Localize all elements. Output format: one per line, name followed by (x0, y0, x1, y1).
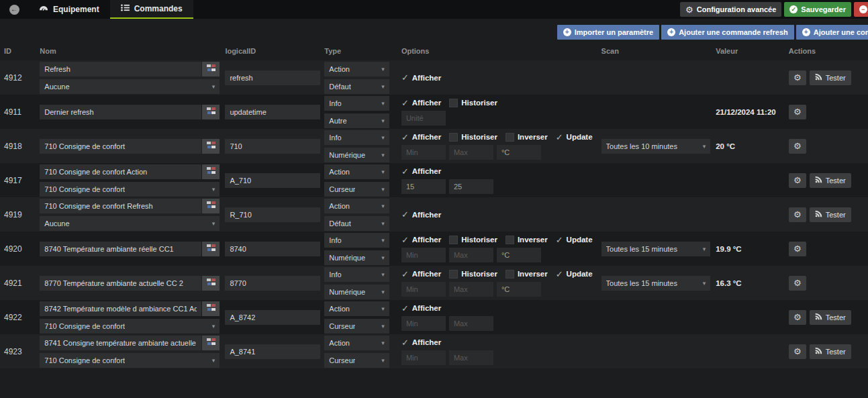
min-input[interactable] (401, 316, 446, 331)
unit-input[interactable] (497, 145, 541, 160)
option-checkbox-afficher[interactable]: ✓Afficher (401, 236, 441, 244)
icon-picker-button[interactable] (202, 301, 220, 316)
type-select[interactable]: Info▾ (324, 130, 389, 145)
option-checkbox-historiser[interactable]: Historiser (449, 99, 497, 107)
command-name-input[interactable] (40, 139, 201, 154)
icon-picker-button[interactable] (202, 164, 220, 179)
option-checkbox-historiser[interactable]: Historiser (449, 270, 497, 279)
tab-commandes[interactable]: Commandes (110, 0, 193, 19)
max-input[interactable] (449, 145, 493, 160)
add-command-button[interactable]: + Ajouter une commande (796, 25, 868, 40)
option-checkbox-update[interactable]: ✓Update (556, 133, 593, 142)
max-input[interactable] (449, 282, 493, 297)
subtype-select[interactable]: Numérique▾ (324, 285, 389, 299)
icon-picker-button[interactable] (202, 62, 220, 77)
configure-button[interactable]: ⚙ (789, 207, 806, 222)
unit-input[interactable] (497, 282, 541, 297)
back-button[interactable]: ← (0, 0, 28, 19)
subtype-select[interactable]: Numérique▾ (324, 250, 389, 265)
save-button[interactable]: ✓ Sauvegarder (784, 2, 851, 17)
logical-id-input[interactable] (225, 276, 320, 291)
command-name-input[interactable] (40, 336, 201, 350)
min-input[interactable] (401, 111, 446, 126)
option-checkbox-update[interactable]: ✓Update (556, 236, 593, 244)
subtype-select[interactable]: Curseur▾ (324, 182, 389, 197)
logical-id-input[interactable] (225, 344, 320, 359)
min-input[interactable] (401, 145, 446, 160)
test-button[interactable]: Tester (810, 173, 851, 188)
option-checkbox-afficher[interactable]: ✓Afficher (401, 133, 441, 142)
logical-id-input[interactable] (225, 139, 320, 154)
linked-command-select[interactable]: 710 Consigne de confort▾ (40, 182, 220, 197)
test-button[interactable]: Tester (810, 207, 851, 222)
command-name-input[interactable] (40, 276, 201, 291)
type-select[interactable]: Action▾ (324, 164, 389, 179)
test-button[interactable]: Tester (810, 310, 851, 325)
type-select[interactable]: Action▾ (324, 301, 389, 316)
command-name-input[interactable] (40, 62, 201, 77)
option-checkbox-afficher[interactable]: ✓Afficher (401, 73, 441, 82)
linked-command-select[interactable]: Aucune▾ (40, 79, 220, 94)
subtype-select[interactable]: Numérique▾ (324, 148, 389, 162)
configure-button[interactable]: ⚙ (789, 105, 806, 119)
logical-id-input[interactable] (225, 70, 320, 85)
command-name-input[interactable] (40, 164, 201, 179)
scan-select[interactable]: Toutes les 15 minutes▾ (601, 276, 711, 291)
subtype-select[interactable]: Curseur▾ (324, 319, 389, 334)
import-param-button[interactable]: + Importer un paramètre (557, 25, 659, 40)
advanced-config-button[interactable]: ⚙ Configuration avancée (680, 2, 781, 17)
add-refresh-command-button[interactable]: + Ajouter une commande refresh (661, 25, 794, 40)
icon-picker-button[interactable] (202, 139, 220, 154)
type-select[interactable]: Action▾ (324, 336, 389, 350)
configure-button[interactable]: ⚙ (789, 173, 806, 188)
icon-picker-button[interactable] (202, 199, 220, 213)
subtype-select[interactable]: Curseur▾ (324, 353, 389, 368)
command-name-input[interactable] (40, 105, 201, 119)
type-select[interactable]: Info▾ (324, 96, 389, 111)
option-checkbox-afficher[interactable]: ✓Afficher (401, 167, 441, 176)
command-name-input[interactable] (40, 242, 201, 256)
test-button[interactable]: Tester (810, 344, 851, 359)
configure-button[interactable]: ⚙ (789, 70, 806, 85)
max-input[interactable] (449, 316, 493, 331)
subtype-select[interactable]: Autre▾ (324, 113, 389, 128)
min-input[interactable] (401, 282, 446, 297)
configure-button[interactable]: ⚙ (789, 344, 806, 359)
linked-command-select[interactable]: Aucune▾ (40, 216, 220, 231)
test-button[interactable]: Tester (810, 70, 851, 85)
max-input[interactable] (449, 248, 493, 262)
option-checkbox-afficher[interactable]: ✓Afficher (401, 338, 441, 347)
linked-command-select[interactable]: 710 Consigne de confort▾ (40, 353, 220, 368)
option-checkbox-afficher[interactable]: ✓Afficher (401, 270, 441, 279)
logical-id-input[interactable] (225, 310, 320, 325)
tab-equipement[interactable]: Equipement (28, 0, 110, 19)
delete-button[interactable]: − (854, 2, 868, 17)
icon-picker-button[interactable] (202, 242, 220, 256)
scan-select[interactable]: Toutes les 15 minutes▾ (601, 242, 711, 256)
min-input[interactable] (401, 350, 446, 365)
icon-picker-button[interactable] (202, 336, 220, 350)
command-name-input[interactable] (40, 301, 201, 316)
subtype-select[interactable]: Défaut▾ (324, 79, 389, 94)
option-checkbox-inverser[interactable]: Inverser (505, 236, 548, 244)
logical-id-input[interactable] (225, 242, 320, 256)
logical-id-input[interactable] (225, 173, 320, 188)
option-checkbox-inverser[interactable]: Inverser (505, 270, 548, 279)
option-checkbox-afficher[interactable]: ✓Afficher (401, 304, 441, 313)
type-select[interactable]: Info▾ (324, 267, 389, 282)
icon-picker-button[interactable] (202, 105, 220, 119)
configure-button[interactable]: ⚙ (789, 139, 806, 154)
command-name-input[interactable] (40, 199, 201, 213)
option-checkbox-historiser[interactable]: Historiser (449, 236, 497, 244)
option-checkbox-inverser[interactable]: Inverser (505, 133, 548, 142)
logical-id-input[interactable] (225, 105, 320, 119)
type-select[interactable]: Info▾ (324, 233, 389, 248)
icon-picker-button[interactable] (202, 276, 220, 291)
type-select[interactable]: Action▾ (324, 199, 389, 213)
min-input[interactable] (401, 248, 446, 262)
subtype-select[interactable]: Défaut▾ (324, 216, 389, 231)
configure-button[interactable]: ⚙ (789, 276, 806, 291)
option-checkbox-afficher[interactable]: ✓Afficher (401, 210, 441, 219)
min-input[interactable] (401, 179, 446, 194)
unit-input[interactable] (497, 248, 541, 262)
